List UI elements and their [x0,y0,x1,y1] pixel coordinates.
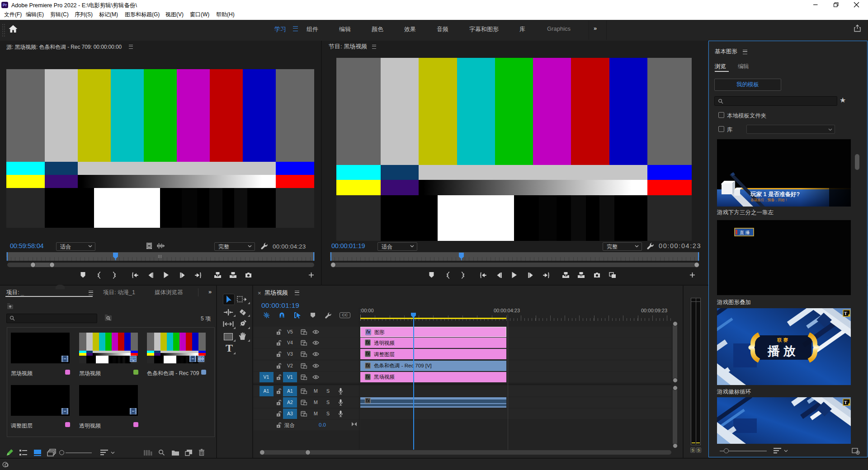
svg-text:▲: ▲ [847,313,851,317]
svg-text:直 播: 直 播 [740,230,750,235]
svg-text:T: T [844,311,847,316]
svg-text:T: T [844,400,847,405]
svg-text:▲: ▲ [847,402,851,406]
svg-text:联 赛: 联 赛 [777,337,788,343]
svg-text:播 放: 播 放 [767,344,796,358]
svg-text:各就各位，预备，开始！: 各就各位，预备，开始！ [750,198,788,202]
svg-text:玩家 1 是否准备好?: 玩家 1 是否准备好? [750,191,800,197]
